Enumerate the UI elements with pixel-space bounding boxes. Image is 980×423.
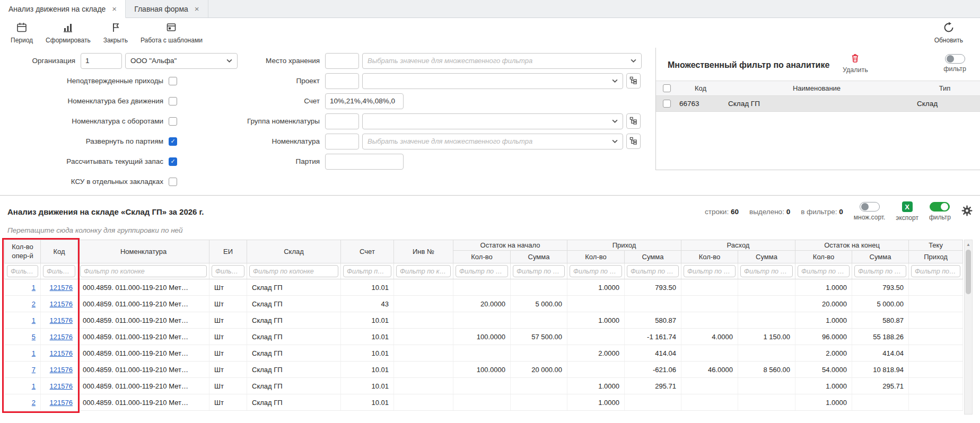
col-outcome-qty[interactable]: Кол-во (681, 251, 738, 263)
toggle-on[interactable] (930, 202, 950, 212)
toggle-off[interactable] (945, 54, 965, 64)
table-row[interactable]: 1 121576 000.4859. 011.000-119-210 Мет… … (5, 312, 963, 329)
table-row[interactable]: 1 121576 000.4859. 011.000-119-210 Мет… … (5, 279, 963, 296)
multisort-toggle[interactable]: множ.сорт. (854, 202, 886, 221)
select-all-checkbox[interactable] (663, 84, 671, 92)
filter-input-inv[interactable] (396, 265, 451, 277)
scrollbar-thumb[interactable] (966, 250, 971, 294)
col-outcome-sum[interactable]: Сумма (738, 251, 795, 263)
grid-filter-toggle[interactable]: фильтр (929, 202, 951, 221)
no-movement-checkbox[interactable] (169, 97, 177, 105)
code-link[interactable]: 121576 (50, 300, 73, 308)
col-income-qty[interactable]: Кол-во (567, 251, 625, 263)
filter-input-ops[interactable] (7, 265, 38, 277)
table-row[interactable]: 2 121576 000.4859. 011.000-119-210 Мет… … (5, 296, 963, 312)
filter-input-sklad[interactable] (249, 265, 338, 277)
refresh-button[interactable]: Обновить (928, 20, 969, 46)
col-income-sum[interactable]: Сумма (625, 251, 681, 263)
project-tree-button[interactable] (626, 73, 641, 89)
col-code[interactable]: Код (41, 240, 78, 263)
nomenclature-multiselect[interactable]: Выбрать значение для множественного филь… (362, 134, 623, 149)
organization-code-input[interactable] (81, 53, 122, 69)
ksu-tabs-checkbox[interactable] (169, 178, 177, 186)
table-row[interactable]: 5 121576 000.4859. 011.000-119-210 Мет… … (5, 329, 963, 345)
col-ops[interactable]: Кол-во опер-й (5, 240, 41, 263)
vertical-scrollbar[interactable]: ▲ (964, 240, 973, 415)
project-code-input[interactable] (325, 73, 359, 89)
nomen-group-select[interactable] (362, 113, 623, 129)
code-link[interactable]: 121576 (50, 333, 73, 341)
col-inv[interactable]: Инв № (394, 240, 453, 263)
filter-input-unit[interactable] (212, 265, 244, 277)
col-schet[interactable]: Счет (341, 240, 394, 263)
toggle-off[interactable] (860, 202, 880, 212)
code-link[interactable]: 121576 (50, 382, 73, 390)
ops-link[interactable]: 5 (32, 333, 36, 341)
col-end-qty[interactable]: Кол-во (795, 251, 852, 263)
row-checkbox[interactable] (663, 100, 671, 108)
close-icon[interactable]: × (195, 5, 199, 13)
storage-multiselect[interactable]: Выбрать значение для множественного филь… (362, 53, 642, 69)
filter-input-begin-sum[interactable] (513, 265, 565, 277)
col-type[interactable]: Тип (909, 84, 980, 92)
code-link[interactable]: 121576 (50, 349, 73, 357)
with-turnover-checkbox[interactable] (169, 117, 177, 126)
filter-input-nomen[interactable] (80, 265, 207, 277)
col-code[interactable]: Код (677, 84, 724, 92)
col-sklad[interactable]: Склад (247, 240, 341, 263)
current-stock-checkbox[interactable]: ✓ (169, 157, 177, 166)
col-begin-sum[interactable]: Сумма (511, 251, 567, 263)
ops-link[interactable]: 1 (32, 349, 36, 357)
export-button[interactable]: X экспорт (896, 201, 918, 222)
period-button[interactable]: Период (4, 20, 39, 46)
ops-link[interactable]: 1 (32, 284, 36, 292)
filter-input-outcome-qty[interactable] (684, 265, 736, 277)
unconfirmed-receipts-checkbox[interactable] (169, 77, 177, 85)
excel-export-icon[interactable]: X (902, 201, 913, 212)
filter-input-schet[interactable] (343, 265, 391, 277)
code-link[interactable]: 121576 (50, 399, 73, 407)
expand-batches-checkbox[interactable]: ✓ (169, 137, 177, 146)
ops-link[interactable]: 1 (32, 316, 36, 324)
batch-input[interactable] (325, 154, 404, 170)
filter-input-begin-qty[interactable] (456, 265, 508, 277)
col-name[interactable]: Наименование (724, 84, 909, 92)
col-current-income[interactable]: Приход (909, 251, 963, 263)
analytics-row[interactable]: 66763 Склад ГП Склад (656, 96, 980, 112)
table-row[interactable]: 2 121576 000.4859. 011.000-119-210 Мет… … (5, 394, 963, 411)
col-begin-qty[interactable]: Кол-во (453, 251, 511, 263)
settings-button[interactable] (961, 205, 973, 218)
close-form-button[interactable]: Закрыть (97, 20, 134, 46)
ops-link[interactable]: 2 (32, 300, 36, 308)
filter-input-current[interactable] (911, 265, 960, 277)
col-end-sum[interactable]: Сумма (852, 251, 909, 263)
filter-input-income-qty[interactable] (570, 265, 622, 277)
organization-select[interactable]: ООО "Альфа" (125, 53, 238, 69)
tab-main-form[interactable]: Главная форма × (126, 0, 208, 17)
scroll-up-icon[interactable]: ▲ (965, 240, 972, 249)
code-link[interactable]: 121576 (50, 366, 73, 374)
nomen-group-code-input[interactable] (325, 113, 359, 129)
ops-link[interactable]: 1 (32, 382, 36, 390)
ops-link[interactable]: 7 (32, 366, 36, 374)
filter-input-end-qty[interactable] (798, 265, 850, 277)
templates-button[interactable]: Работа с шаблонами (134, 20, 209, 46)
panel-filter-toggle[interactable]: фильтр (943, 54, 966, 73)
filter-input-outcome-sum[interactable] (740, 265, 793, 277)
generate-button[interactable]: Сформировать (39, 20, 97, 46)
nomen-group-tree-button[interactable] (626, 113, 641, 129)
table-row[interactable]: 7 121576 000.4859. 011.000-119-210 Мет… … (5, 362, 963, 378)
filter-input-income-sum[interactable] (627, 265, 679, 277)
code-link[interactable]: 121576 (50, 284, 73, 292)
code-link[interactable]: 121576 (50, 316, 73, 324)
nomenclature-code-input[interactable] (325, 134, 359, 149)
table-row[interactable]: 1 121576 000.4859. 011.000-119-210 Мет… … (5, 345, 963, 362)
filter-input-code[interactable] (43, 265, 75, 277)
project-select[interactable] (362, 73, 623, 89)
close-icon[interactable]: × (112, 5, 117, 13)
ops-link[interactable]: 2 (32, 399, 36, 407)
col-unit[interactable]: ЕИ (209, 240, 247, 263)
delete-button[interactable]: Удалить (843, 53, 868, 74)
tab-warehouse-analysis[interactable]: Анализ движения на складе × (0, 0, 126, 18)
nomenclature-tree-button[interactable] (626, 134, 641, 149)
